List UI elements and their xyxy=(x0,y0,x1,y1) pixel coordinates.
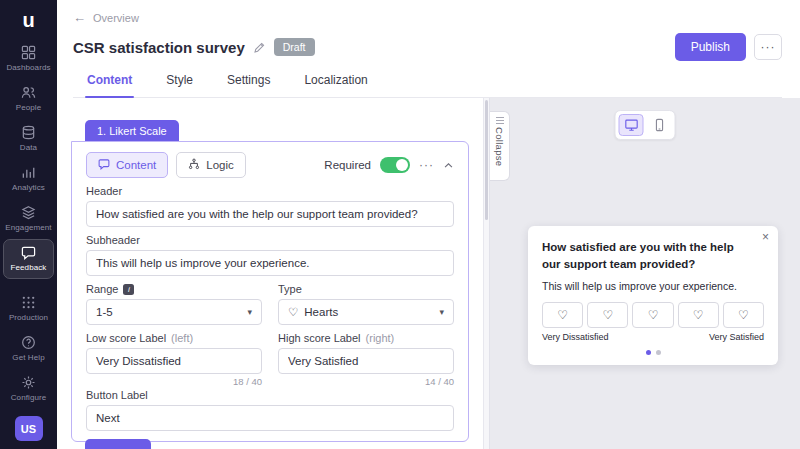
close-icon[interactable]: × xyxy=(762,231,769,243)
question-step-badge[interactable]: 1. Likert Scale xyxy=(85,120,179,141)
more-options-button[interactable]: ··· xyxy=(754,34,782,60)
monitor-icon xyxy=(624,118,638,132)
tab-content[interactable]: Content xyxy=(85,73,134,97)
people-icon xyxy=(21,85,36,100)
preview-subtext: This will help us improve your experienc… xyxy=(542,280,764,292)
preview-pagination xyxy=(542,350,764,355)
back-link-overview[interactable]: Overview xyxy=(93,12,139,24)
top-header: ← Overview CSR satisfaction survey Draft… xyxy=(57,0,800,98)
apps-grid-icon xyxy=(21,295,36,310)
low-score-input[interactable] xyxy=(86,348,262,374)
publish-button[interactable]: Publish xyxy=(675,33,746,61)
heart-icon: ♡ xyxy=(288,305,298,319)
scrollbar-thumb[interactable] xyxy=(485,100,488,220)
logic-mode-button[interactable]: Logic xyxy=(176,152,246,178)
phone-icon xyxy=(652,118,666,132)
preview-scale-labels: Very Dissatisfied Very Satisfied xyxy=(542,332,764,342)
back-arrow-icon[interactable]: ← xyxy=(73,10,86,25)
question-menu-icon[interactable]: ··· xyxy=(419,159,434,171)
sidebar-item-label: Data xyxy=(20,143,37,152)
pagination-dot-1[interactable] xyxy=(646,350,651,355)
dashboards-icon xyxy=(21,45,36,60)
chevron-down-icon: ▾ xyxy=(247,307,252,317)
required-label: Required xyxy=(324,159,371,171)
next-question-badge-cutoff[interactable] xyxy=(85,439,151,449)
database-icon xyxy=(21,125,36,140)
subheader-field-input[interactable] xyxy=(86,250,454,276)
feedback-icon xyxy=(21,245,36,260)
gear-icon xyxy=(21,375,36,390)
sidebar-item-production[interactable]: Production xyxy=(4,290,53,328)
sidebar-item-engagement[interactable]: Engagement xyxy=(4,200,53,238)
score-labels-row: Low score Label(left) 18 / 40 High score… xyxy=(86,325,454,387)
high-score-input[interactable] xyxy=(278,348,454,374)
help-icon xyxy=(21,335,36,350)
analytics-icon xyxy=(21,165,36,180)
header-field-label: Header xyxy=(86,185,454,197)
page-title: CSR satisfaction survey xyxy=(73,39,245,56)
required-toggle[interactable] xyxy=(380,157,410,173)
type-select-value: Hearts xyxy=(304,306,338,318)
sidebar-item-configure[interactable]: Configure xyxy=(4,370,53,408)
range-select[interactable]: 1-5 ▾ xyxy=(86,299,262,325)
sidebar-item-dashboards[interactable]: Dashboards xyxy=(4,40,53,78)
button-label-input[interactable] xyxy=(86,405,454,431)
heart-option-3[interactable]: ♡ xyxy=(632,302,673,328)
sidebar-item-label: Analytics xyxy=(12,183,45,192)
range-type-row: Range i 1-5 ▾ Type ♡ xyxy=(86,276,454,325)
content-split: 1. Likert Scale Content Logic Required xyxy=(57,98,800,449)
mobile-preview-button[interactable] xyxy=(647,114,672,136)
desktop-preview-button[interactable] xyxy=(619,114,644,136)
high-score-counter: 14 / 40 xyxy=(278,376,454,387)
preview-panel: Collapse × How satisfied are you with th… xyxy=(490,98,800,449)
sidebar-item-analytics[interactable]: Analytics xyxy=(4,160,53,198)
subheader-field-label: Subheader xyxy=(86,234,454,246)
content-mode-button[interactable]: Content xyxy=(86,152,168,178)
info-icon[interactable]: i xyxy=(123,284,134,295)
header-field-input[interactable] xyxy=(86,201,454,227)
range-label: Range i xyxy=(86,283,262,295)
preview-question: How satisfied are you with the help our … xyxy=(542,239,764,272)
sidebar-item-people[interactable]: People xyxy=(4,80,53,118)
heart-option-5[interactable]: ♡ xyxy=(723,302,764,328)
heart-option-2[interactable]: ♡ xyxy=(587,302,628,328)
edit-title-icon[interactable] xyxy=(253,41,266,54)
user-avatar[interactable]: US xyxy=(15,416,43,441)
low-score-label: Low score Label(left) xyxy=(86,332,262,344)
sidebar: u Dashboards People Data Analytics Engag… xyxy=(0,0,57,449)
tab-bar: Content Style Settings Localization xyxy=(73,73,782,98)
sidebar-item-label: People xyxy=(16,103,42,112)
question-editor-panel: 1. Likert Scale Content Logic Required xyxy=(57,98,483,449)
chevron-up-icon[interactable] xyxy=(443,160,454,171)
preview-heart-scale: ♡ ♡ ♡ ♡ ♡ xyxy=(542,302,764,328)
sidebar-item-label: Engagement xyxy=(5,223,51,232)
sidebar-item-feedback[interactable]: Feedback xyxy=(4,240,53,278)
sidebar-item-data[interactable]: Data xyxy=(4,120,53,158)
question-card-header: Content Logic Required ··· xyxy=(86,152,454,178)
card-header-controls: Required ··· xyxy=(324,157,454,173)
layers-icon xyxy=(21,205,36,220)
tab-style[interactable]: Style xyxy=(164,73,195,97)
grip-icon xyxy=(496,117,504,124)
sidebar-item-get-help[interactable]: Get Help xyxy=(4,330,53,368)
range-select-value: 1-5 xyxy=(96,306,113,318)
low-score-counter: 18 / 40 xyxy=(86,376,262,387)
sidebar-item-label: Production xyxy=(9,313,48,322)
status-badge: Draft xyxy=(274,38,315,56)
pagination-dot-2[interactable] xyxy=(656,350,661,355)
tab-settings[interactable]: Settings xyxy=(225,73,272,97)
collapse-label: Collapse xyxy=(494,127,505,166)
device-toggle xyxy=(615,110,676,140)
type-select[interactable]: ♡ Hearts ▾ xyxy=(278,299,454,325)
survey-preview-card: × How satisfied are you with the help ou… xyxy=(528,226,778,365)
heart-option-1[interactable]: ♡ xyxy=(542,302,583,328)
app-logo[interactable]: u xyxy=(22,10,34,30)
collapse-preview-handle[interactable]: Collapse xyxy=(490,111,510,181)
editor-scrollbar[interactable] xyxy=(483,98,490,449)
sidebar-nav: Dashboards People Data Analytics Engagem… xyxy=(0,40,57,410)
chevron-down-icon: ▾ xyxy=(439,307,444,317)
type-label: Type xyxy=(278,283,454,295)
heart-option-4[interactable]: ♡ xyxy=(678,302,719,328)
sidebar-item-label: Feedback xyxy=(11,263,47,272)
tab-localization[interactable]: Localization xyxy=(302,73,369,97)
